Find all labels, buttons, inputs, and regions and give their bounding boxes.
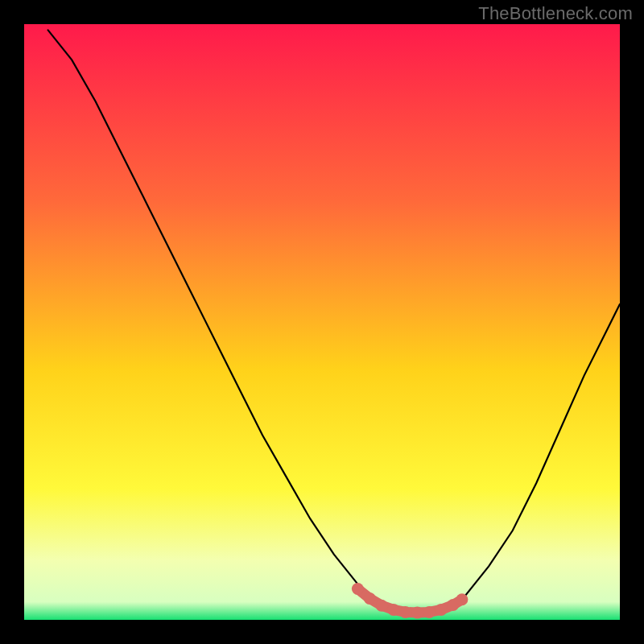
sweet-spot-node bbox=[456, 593, 468, 605]
sweet-spot-node bbox=[399, 606, 411, 618]
sweet-spot-node bbox=[436, 604, 448, 616]
sweet-spot-node bbox=[423, 606, 436, 618]
sweet-spot-node bbox=[376, 600, 388, 612]
sweet-spot-node bbox=[387, 604, 399, 616]
plot-area bbox=[24, 24, 620, 620]
bottleneck-curve bbox=[48, 30, 620, 613]
sweet-spot-nodes bbox=[352, 583, 469, 619]
watermark-text: TheBottleneck.com bbox=[478, 3, 633, 24]
chart-frame: TheBottleneck.com bbox=[0, 0, 644, 644]
sweet-spot-node bbox=[411, 607, 423, 619]
sweet-spot-node bbox=[364, 592, 376, 605]
sweet-spot-node bbox=[352, 583, 364, 595]
curve-layer bbox=[24, 24, 620, 620]
